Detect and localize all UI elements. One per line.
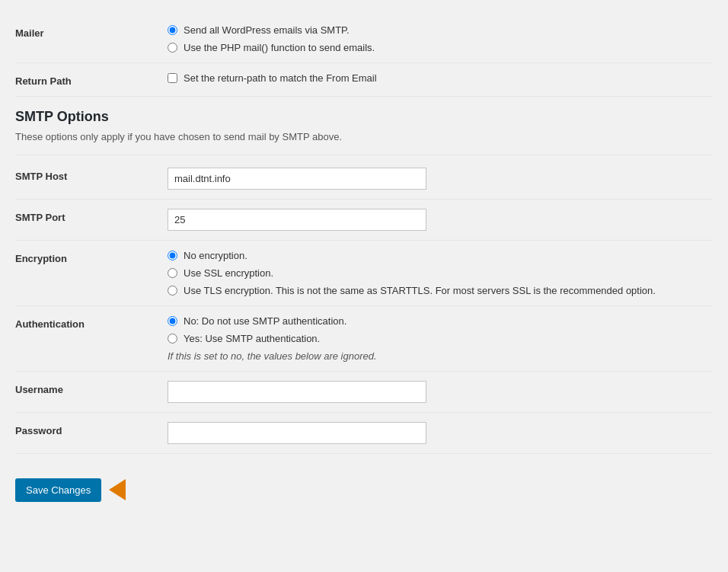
mailer-option2-text: Use the PHP mail() function to send emai… (184, 42, 375, 53)
password-input[interactable] (168, 422, 426, 444)
authentication-option1-radio[interactable] (168, 316, 177, 326)
encryption-row: Encryption No encryption. Use SSL encryp… (15, 241, 713, 306)
return-path-checkbox-label[interactable]: Set the return-path to match the From Em… (168, 72, 713, 84)
authentication-label: Authentication (15, 315, 168, 330)
save-changes-button[interactable]: Save Changes (15, 478, 101, 502)
encryption-option3-label[interactable]: Use TLS encryption. This is not the same… (168, 285, 713, 296)
mailer-option1-label[interactable]: Send all WordPress emails via SMTP. (168, 24, 713, 36)
encryption-option2-radio[interactable] (168, 268, 177, 278)
smtp-options-section: SMTP Options These options only apply if… (15, 109, 713, 142)
authentication-note: If this is set to no, the values below a… (168, 350, 713, 362)
smtp-port-row: SMTP Port (15, 200, 713, 241)
password-row: Password (15, 413, 713, 454)
username-content (168, 381, 713, 403)
smtp-options-description: These options only apply if you have cho… (15, 131, 713, 142)
smtp-port-content (168, 209, 713, 231)
mailer-options: Send all WordPress emails via SMTP. Use … (168, 24, 713, 53)
smtp-host-content (168, 168, 713, 190)
mailer-row: Mailer Send all WordPress emails via SMT… (15, 15, 713, 63)
username-input[interactable] (168, 381, 426, 403)
footer-row: Save Changes (15, 469, 713, 511)
encryption-option3-text: Use TLS encryption. This is not the same… (184, 285, 656, 296)
username-label: Username (15, 381, 168, 395)
smtp-host-row: SMTP Host (15, 158, 713, 200)
smtp-options-heading: SMTP Options (15, 109, 713, 125)
mailer-option2-radio[interactable] (168, 43, 177, 53)
mailer-option2-label[interactable]: Use the PHP mail() function to send emai… (168, 42, 713, 53)
password-label: Password (15, 422, 168, 436)
authentication-options: No: Do not use SMTP authentication. Yes:… (168, 315, 713, 362)
smtp-port-label: SMTP Port (15, 209, 168, 223)
settings-container: Mailer Send all WordPress emails via SMT… (15, 15, 713, 511)
authentication-option2-text: Yes: Use SMTP authentication. (184, 333, 320, 344)
authentication-option2-radio[interactable] (168, 334, 177, 344)
return-path-content: Set the return-path to match the From Em… (168, 72, 713, 84)
mailer-option1-text: Send all WordPress emails via SMTP. (184, 24, 350, 36)
encryption-option1-text: No encryption. (184, 250, 247, 261)
authentication-option1-text: No: Do not use SMTP authentication. (184, 315, 346, 327)
smtp-host-input[interactable] (168, 168, 426, 190)
arrow-icon (109, 479, 126, 500)
encryption-option1-label[interactable]: No encryption. (168, 250, 713, 261)
return-path-checkbox-text: Set the return-path to match the From Em… (184, 72, 377, 84)
return-path-label: Return Path (15, 72, 168, 87)
encryption-option2-label[interactable]: Use SSL encryption. (168, 267, 713, 279)
encryption-option1-radio[interactable] (168, 251, 177, 260)
username-row: Username (15, 372, 713, 413)
divider-1 (15, 155, 713, 155)
mailer-label: Mailer (15, 24, 168, 39)
authentication-option2-label[interactable]: Yes: Use SMTP authentication. (168, 333, 713, 344)
return-path-row: Return Path Set the return-path to match… (15, 63, 713, 97)
encryption-label: Encryption (15, 250, 168, 264)
authentication-row: Authentication No: Do not use SMTP authe… (15, 306, 713, 372)
encryption-options: No encryption. Use SSL encryption. Use T… (168, 250, 713, 296)
mailer-option1-radio[interactable] (168, 25, 177, 35)
return-path-checkbox[interactable] (168, 73, 177, 83)
password-content (168, 422, 713, 444)
encryption-option2-text: Use SSL encryption. (184, 267, 273, 279)
encryption-option3-radio[interactable] (168, 286, 177, 296)
authentication-option1-label[interactable]: No: Do not use SMTP authentication. (168, 315, 713, 327)
smtp-port-input[interactable] (168, 209, 426, 231)
smtp-host-label: SMTP Host (15, 168, 168, 182)
